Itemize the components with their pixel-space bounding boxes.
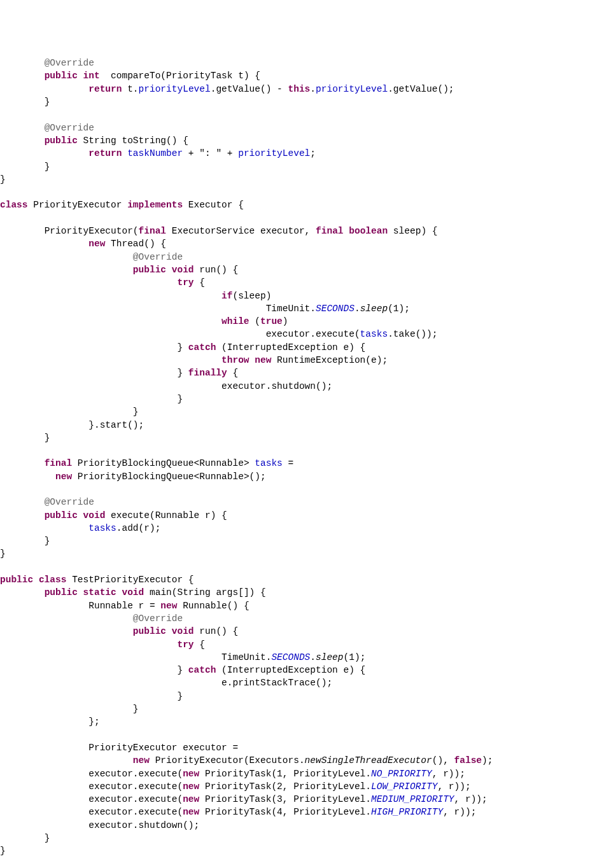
token-kw: new	[183, 769, 199, 779]
code-line: new PriorityBlockingQueue<Runnable>();	[0, 472, 266, 482]
token-kw: void	[122, 587, 144, 598]
token-kw: new	[55, 472, 72, 482]
token-kw: static	[83, 587, 116, 598]
code-line: } catch (InterruptedException e) {	[0, 342, 365, 353]
code-line: executor.execute(new PriorityTask(2, Pri…	[0, 781, 471, 792]
token-kw: try	[177, 277, 193, 288]
code-line: }	[0, 407, 139, 417]
token-kw: new	[133, 755, 150, 766]
token-kw: final	[45, 458, 73, 468]
code-line: executor.execute(new PriorityTask(3, Pri…	[0, 794, 488, 804]
code-line: while (true)	[0, 316, 288, 326]
token-kw: public	[45, 136, 78, 146]
token-kw: catch	[188, 342, 216, 353]
token-kw: void	[83, 510, 106, 521]
code-line: } catch (InterruptedException e) {	[0, 665, 365, 675]
code-line: TimeUnit.SECONDS.sleep(1);	[0, 652, 365, 662]
code-line: PriorityExecutor executor =	[0, 743, 238, 753]
token-ann: @Override	[133, 252, 183, 262]
code-line: }.start();	[0, 420, 144, 430]
code-line: executor.execute(new PriorityTask(4, Pri…	[0, 807, 476, 817]
code-line: }	[0, 394, 183, 404]
code-line: final PriorityBlockingQueue<Runnable> ta…	[0, 458, 293, 468]
code-line: try {	[0, 640, 205, 650]
token-field: tasks	[255, 458, 283, 468]
code-line: try {	[0, 277, 205, 288]
token-kw: try	[177, 640, 193, 650]
token-field: tasks	[88, 523, 116, 533]
token-kw: if	[221, 291, 232, 301]
code-line: if(sleep)	[0, 291, 271, 301]
code-line: class PriorityExecutor implements Execut…	[0, 200, 244, 210]
token-kw: final	[316, 226, 344, 236]
code-line: throw new RuntimeException(e);	[0, 355, 388, 365]
code-line: }	[0, 704, 139, 714]
code-line: } finally {	[0, 368, 238, 378]
token-kw: void	[172, 626, 194, 636]
code-line: executor.execute(tasks.take());	[0, 329, 437, 339]
token-kw: public	[0, 575, 33, 585]
code-line: public static void main(String args[]) {	[0, 587, 266, 598]
code-line: }	[0, 174, 6, 185]
code-line: }	[0, 97, 50, 107]
token-staticm: sleep	[360, 304, 388, 314]
token-kw: new	[183, 794, 199, 804]
code-line: new Thread() {	[0, 239, 166, 249]
code-line: public void run() {	[0, 265, 238, 275]
token-staticf: MEDIUM_PRIORITY	[371, 794, 454, 804]
code-line: public int compareTo(PriorityTask t) {	[0, 71, 260, 81]
token-staticm: sleep	[316, 652, 344, 662]
token-field: taskNumber	[127, 148, 183, 158]
code-line: }	[0, 833, 50, 843]
code-line: @Override	[0, 252, 183, 262]
code-line: }	[0, 549, 6, 559]
token-kw: boolean	[349, 226, 388, 236]
token-kw: implements	[127, 200, 183, 210]
token-kw: while	[221, 316, 249, 326]
token-field: tasks	[360, 329, 388, 339]
code-line: public void run() {	[0, 626, 238, 636]
token-kw: return	[88, 84, 122, 94]
token-ann: @Override	[45, 58, 94, 68]
token-kw: false	[454, 755, 482, 766]
token-kw: finally	[188, 368, 227, 378]
token-ann: @Override	[133, 613, 183, 624]
code-line: }	[0, 846, 6, 856]
code-line: }	[0, 536, 50, 546]
token-staticf: NO_PRIORITY	[371, 769, 432, 779]
code-line: public String toString() {	[0, 136, 188, 146]
token-staticf: SECONDS	[271, 652, 310, 662]
code-line: executor.shutdown();	[0, 820, 199, 830]
code-line: return taskNumber + ": " + priorityLevel…	[0, 148, 316, 158]
token-field: priorityLevel	[139, 84, 211, 94]
token-kw: public	[45, 510, 78, 521]
token-kw: catch	[188, 665, 216, 675]
code-line: executor.shutdown();	[0, 381, 332, 391]
java-source-code: @Override public int compareTo(PriorityT…	[0, 57, 611, 857]
token-field: priorityLevel	[316, 84, 388, 94]
token-kw: throw	[221, 355, 249, 365]
token-kw: class	[0, 200, 28, 210]
code-line: }	[0, 433, 50, 443]
code-line: PriorityExecutor(final ExecutorService e…	[0, 226, 438, 236]
code-line: public class TestPriorityExecutor {	[0, 575, 194, 585]
code-line: tasks.add(r);	[0, 523, 160, 533]
token-ann: @Override	[45, 123, 94, 133]
code-line: TimeUnit.SECONDS.sleep(1);	[0, 304, 410, 314]
code-line: public void execute(Runnable r) {	[0, 510, 227, 521]
token-kw: new	[160, 601, 177, 611]
token-kw: int	[83, 71, 100, 81]
code-line: e.printStackTrace();	[0, 678, 332, 688]
code-line: Runnable r = new Runnable() {	[0, 601, 249, 611]
token-staticm: newSingleThreadExecutor	[305, 755, 432, 766]
token-kw: new	[183, 807, 199, 817]
token-staticf: SECONDS	[316, 304, 355, 314]
code-line: }	[0, 162, 50, 172]
token-kw: void	[172, 265, 194, 275]
code-line: }	[0, 691, 183, 701]
token-ann: @Override	[45, 497, 94, 507]
code-line: new PriorityExecutor(Executors.newSingle…	[0, 755, 493, 766]
token-kw: new	[183, 781, 199, 792]
token-staticf: LOW_PRIORITY	[371, 781, 437, 792]
code-line: executor.execute(new PriorityTask(1, Pri…	[0, 769, 465, 779]
